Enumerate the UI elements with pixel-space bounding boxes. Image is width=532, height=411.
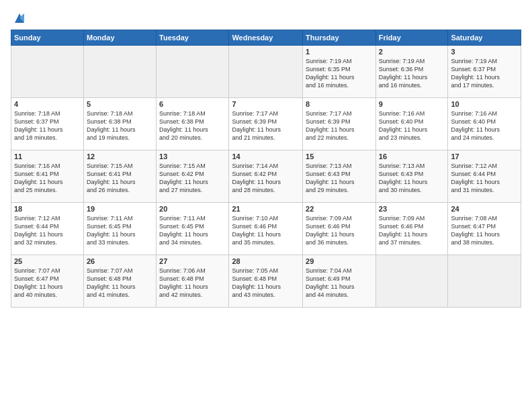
day-info: Sunrise: 7:15 AM Sunset: 6:42 PM Dayligh… — [159, 162, 226, 195]
day-number: 20 — [159, 205, 226, 213]
calendar-cell: 3Sunrise: 7:19 AM Sunset: 6:37 PM Daylig… — [448, 46, 521, 98]
day-info: Sunrise: 7:09 AM Sunset: 6:46 PM Dayligh… — [306, 214, 373, 247]
calendar-cell: 11Sunrise: 7:16 AM Sunset: 6:41 PM Dayli… — [11, 150, 84, 203]
day-info: Sunrise: 7:12 AM Sunset: 6:44 PM Dayligh… — [14, 214, 81, 247]
calendar-cell: 24Sunrise: 7:08 AM Sunset: 6:47 PM Dayli… — [448, 203, 521, 255]
day-info: Sunrise: 7:18 AM Sunset: 6:38 PM Dayligh… — [159, 109, 226, 142]
day-info: Sunrise: 7:13 AM Sunset: 6:43 PM Dayligh… — [379, 162, 445, 195]
day-number: 1 — [306, 48, 373, 56]
calendar-cell: 10Sunrise: 7:16 AM Sunset: 6:40 PM Dayli… — [448, 98, 521, 150]
calendar-cell — [448, 255, 521, 308]
calendar-cell: 7Sunrise: 7:17 AM Sunset: 6:39 PM Daylig… — [229, 98, 303, 150]
day-info: Sunrise: 7:16 AM Sunset: 6:40 PM Dayligh… — [451, 109, 518, 142]
day-number: 9 — [379, 100, 445, 108]
calendar-cell: 25Sunrise: 7:07 AM Sunset: 6:47 PM Dayli… — [11, 255, 84, 308]
header — [11, 8, 521, 26]
calendar-cell: 21Sunrise: 7:10 AM Sunset: 6:46 PM Dayli… — [229, 203, 303, 255]
day-number: 8 — [306, 100, 373, 108]
day-number: 29 — [306, 257, 373, 265]
day-info: Sunrise: 7:16 AM Sunset: 6:41 PM Dayligh… — [14, 162, 81, 195]
calendar-cell: 27Sunrise: 7:06 AM Sunset: 6:48 PM Dayli… — [157, 255, 229, 308]
day-number: 4 — [14, 100, 81, 108]
calendar-table: SundayMondayTuesdayWednesdayThursdayFrid… — [11, 30, 521, 308]
calendar-cell: 16Sunrise: 7:13 AM Sunset: 6:43 PM Dayli… — [375, 150, 448, 203]
calendar-cell — [11, 46, 84, 98]
day-info: Sunrise: 7:12 AM Sunset: 6:44 PM Dayligh… — [451, 162, 518, 195]
calendar-cell: 29Sunrise: 7:04 AM Sunset: 6:49 PM Dayli… — [303, 255, 376, 308]
calendar-cell — [83, 46, 156, 98]
calendar-cell: 4Sunrise: 7:18 AM Sunset: 6:37 PM Daylig… — [11, 98, 84, 150]
day-info: Sunrise: 7:07 AM Sunset: 6:47 PM Dayligh… — [14, 267, 81, 300]
day-info: Sunrise: 7:18 AM Sunset: 6:38 PM Dayligh… — [87, 109, 153, 142]
calendar-cell: 19Sunrise: 7:11 AM Sunset: 6:45 PM Dayli… — [83, 203, 156, 255]
weekday-header-tuesday: Tuesday — [157, 30, 229, 46]
day-info: Sunrise: 7:07 AM Sunset: 6:48 PM Dayligh… — [87, 267, 153, 300]
day-number: 3 — [451, 48, 518, 56]
calendar-cell: 13Sunrise: 7:15 AM Sunset: 6:42 PM Dayli… — [157, 150, 229, 203]
day-info: Sunrise: 7:06 AM Sunset: 6:48 PM Dayligh… — [159, 267, 226, 300]
day-number: 26 — [87, 257, 153, 265]
day-info: Sunrise: 7:13 AM Sunset: 6:43 PM Dayligh… — [306, 162, 373, 195]
page-container: SundayMondayTuesdayWednesdayThursdayFrid… — [0, 0, 532, 313]
day-info: Sunrise: 7:10 AM Sunset: 6:46 PM Dayligh… — [232, 214, 300, 247]
day-info: Sunrise: 7:17 AM Sunset: 6:39 PM Dayligh… — [232, 109, 300, 142]
calendar-cell: 18Sunrise: 7:12 AM Sunset: 6:44 PM Dayli… — [11, 203, 84, 255]
calendar-week-2: 4Sunrise: 7:18 AM Sunset: 6:37 PM Daylig… — [11, 98, 521, 150]
day-info: Sunrise: 7:08 AM Sunset: 6:47 PM Dayligh… — [451, 214, 518, 247]
calendar-cell: 12Sunrise: 7:15 AM Sunset: 6:41 PM Dayli… — [83, 150, 156, 203]
day-info: Sunrise: 7:15 AM Sunset: 6:41 PM Dayligh… — [87, 162, 153, 195]
day-info: Sunrise: 7:19 AM Sunset: 6:35 PM Dayligh… — [306, 57, 373, 90]
calendar-cell: 9Sunrise: 7:16 AM Sunset: 6:40 PM Daylig… — [375, 98, 448, 150]
calendar-cell: 15Sunrise: 7:13 AM Sunset: 6:43 PM Dayli… — [303, 150, 376, 203]
weekday-header-row: SundayMondayTuesdayWednesdayThursdayFrid… — [11, 30, 521, 46]
day-info: Sunrise: 7:04 AM Sunset: 6:49 PM Dayligh… — [306, 267, 373, 300]
day-info: Sunrise: 7:18 AM Sunset: 6:37 PM Dayligh… — [14, 109, 81, 142]
logo — [11, 11, 27, 26]
day-number: 17 — [451, 152, 518, 161]
day-number: 28 — [232, 257, 300, 265]
calendar-cell: 8Sunrise: 7:17 AM Sunset: 6:39 PM Daylig… — [303, 98, 376, 150]
calendar-cell: 22Sunrise: 7:09 AM Sunset: 6:46 PM Dayli… — [303, 203, 376, 255]
calendar-cell: 5Sunrise: 7:18 AM Sunset: 6:38 PM Daylig… — [83, 98, 156, 150]
calendar-cell: 26Sunrise: 7:07 AM Sunset: 6:48 PM Dayli… — [83, 255, 156, 308]
day-number: 2 — [379, 48, 445, 56]
day-number: 15 — [306, 152, 373, 161]
day-info: Sunrise: 7:11 AM Sunset: 6:45 PM Dayligh… — [87, 214, 153, 247]
calendar-cell — [229, 46, 303, 98]
day-info: Sunrise: 7:16 AM Sunset: 6:40 PM Dayligh… — [379, 109, 445, 142]
day-number: 24 — [451, 205, 518, 213]
day-number: 18 — [14, 205, 81, 213]
calendar-cell — [157, 46, 229, 98]
calendar-cell: 14Sunrise: 7:14 AM Sunset: 6:42 PM Dayli… — [229, 150, 303, 203]
calendar-week-5: 25Sunrise: 7:07 AM Sunset: 6:47 PM Dayli… — [11, 255, 521, 308]
calendar-cell: 6Sunrise: 7:18 AM Sunset: 6:38 PM Daylig… — [157, 98, 229, 150]
logo-icon — [12, 11, 27, 26]
weekday-header-wednesday: Wednesday — [229, 30, 303, 46]
day-info: Sunrise: 7:09 AM Sunset: 6:46 PM Dayligh… — [379, 214, 445, 247]
calendar-week-3: 11Sunrise: 7:16 AM Sunset: 6:41 PM Dayli… — [11, 150, 521, 203]
weekday-header-saturday: Saturday — [448, 30, 521, 46]
calendar-cell: 1Sunrise: 7:19 AM Sunset: 6:35 PM Daylig… — [303, 46, 376, 98]
day-number: 12 — [87, 152, 153, 161]
day-number: 6 — [159, 100, 226, 108]
calendar-cell — [375, 255, 448, 308]
day-info: Sunrise: 7:19 AM Sunset: 6:37 PM Dayligh… — [451, 57, 518, 90]
calendar-cell: 28Sunrise: 7:05 AM Sunset: 6:48 PM Dayli… — [229, 255, 303, 308]
day-number: 13 — [159, 152, 226, 161]
day-number: 14 — [232, 152, 300, 161]
weekday-header-sunday: Sunday — [11, 30, 84, 46]
calendar-week-1: 1Sunrise: 7:19 AM Sunset: 6:35 PM Daylig… — [11, 46, 521, 98]
calendar-cell: 23Sunrise: 7:09 AM Sunset: 6:46 PM Dayli… — [375, 203, 448, 255]
day-number: 27 — [159, 257, 226, 265]
day-number: 7 — [232, 100, 300, 108]
calendar-cell: 17Sunrise: 7:12 AM Sunset: 6:44 PM Dayli… — [448, 150, 521, 203]
day-info: Sunrise: 7:14 AM Sunset: 6:42 PM Dayligh… — [232, 162, 300, 195]
day-number: 23 — [379, 205, 445, 213]
day-number: 16 — [379, 152, 445, 161]
weekday-header-monday: Monday — [83, 30, 156, 46]
calendar-week-4: 18Sunrise: 7:12 AM Sunset: 6:44 PM Dayli… — [11, 203, 521, 255]
calendar-cell: 2Sunrise: 7:19 AM Sunset: 6:36 PM Daylig… — [375, 46, 448, 98]
day-number: 22 — [306, 205, 373, 213]
day-info: Sunrise: 7:17 AM Sunset: 6:39 PM Dayligh… — [306, 109, 373, 142]
weekday-header-friday: Friday — [375, 30, 448, 46]
